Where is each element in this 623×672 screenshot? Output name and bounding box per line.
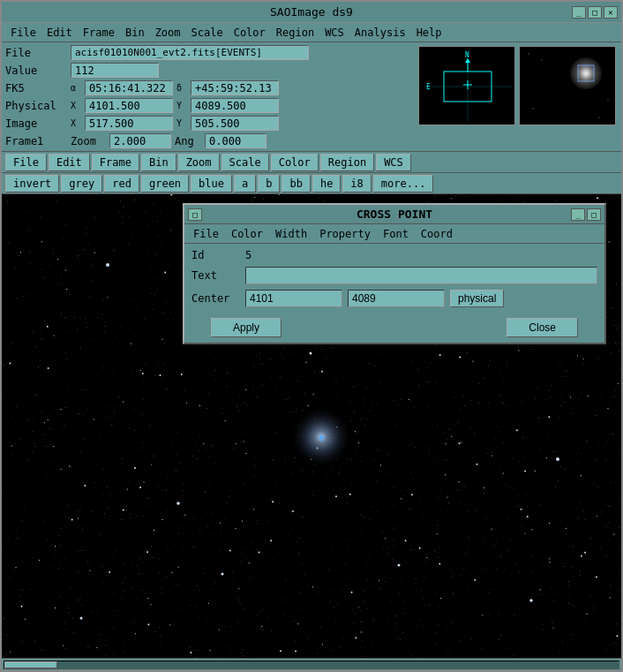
maximize-button[interactable]: □ xyxy=(588,6,602,19)
toolbar-edit[interactable]: Edit xyxy=(49,154,90,171)
ang-label: Ang xyxy=(175,135,201,147)
dialog-close-action-button[interactable]: Close xyxy=(507,318,578,337)
color-bar: invert grey red green blue a b bb he i8 … xyxy=(2,173,621,194)
menu-bar: File Edit Frame Bin Zoom Scale Color Reg… xyxy=(2,23,621,42)
dialog-minimize-button[interactable]: _ xyxy=(571,208,585,221)
svg-point-17 xyxy=(570,57,602,89)
scrollbar-track[interactable] xyxy=(4,661,619,669)
menu-zoom[interactable]: Zoom xyxy=(150,26,186,40)
dialog-menu-font[interactable]: Font xyxy=(378,227,414,241)
thumbnail-wcs: N E xyxy=(418,46,515,125)
minimize-button[interactable]: _ xyxy=(572,6,586,19)
dialog-id-row: Id 5 xyxy=(191,249,597,261)
dialog-center-y-input[interactable] xyxy=(348,290,445,307)
dialog-maximize-button[interactable]: □ xyxy=(587,208,601,221)
color-bb[interactable]: bb xyxy=(281,175,310,193)
dialog-menu-property[interactable]: Property xyxy=(314,227,376,241)
image-label: Image xyxy=(5,117,67,130)
color-a[interactable]: a xyxy=(234,175,256,193)
menu-bin[interactable]: Bin xyxy=(120,26,150,40)
dialog-menu-color[interactable]: Color xyxy=(226,227,268,241)
ang-value: 0.000 xyxy=(205,133,266,148)
svg-text:E: E xyxy=(426,83,431,91)
frame-label: Frame1 xyxy=(5,135,67,147)
file-value: acisf01010N001_evt2.fits[EVENTS] xyxy=(71,45,309,60)
menu-file[interactable]: File xyxy=(5,26,41,40)
menu-analysis[interactable]: Analysis xyxy=(349,26,411,40)
toolbar-region[interactable]: Region xyxy=(320,154,374,171)
image-row: Image X 517.500 Y 505.500 xyxy=(5,115,409,132)
fk5-label: FK5 xyxy=(5,82,67,94)
color-b[interactable]: b xyxy=(258,175,280,193)
image-area[interactable]: □ CROSS POINT _ □ File Color Width Prope… xyxy=(2,194,621,658)
color-more[interactable]: more... xyxy=(373,175,434,193)
file-label: File xyxy=(5,47,67,59)
close-button[interactable]: ✕ xyxy=(604,6,618,19)
dialog-close-left: □ xyxy=(188,208,202,221)
dialog-menu-file[interactable]: File xyxy=(188,227,224,241)
dialog-center-label: Center xyxy=(191,292,240,305)
menu-frame[interactable]: Frame xyxy=(78,26,120,40)
toolbar-bin[interactable]: Bin xyxy=(141,154,176,171)
main-window: SAOImage ds9 _ □ ✕ File Edit Frame Bin Z… xyxy=(0,0,623,672)
thumbnail-area: N E xyxy=(417,44,618,149)
physical-x: 4101.500 xyxy=(85,98,173,113)
image-x: 517.500 xyxy=(85,116,173,131)
value-value: 112 xyxy=(71,63,159,78)
toolbar-file[interactable]: File xyxy=(5,154,47,171)
fk5-delta: δ xyxy=(176,83,187,93)
dialog-text-row: Text xyxy=(191,267,597,284)
toolbar-wcs[interactable]: WCS xyxy=(376,154,411,171)
dialog-text-label: Text xyxy=(191,269,240,282)
cross-point-dialog: □ CROSS POINT _ □ File Color Width Prope… xyxy=(183,203,606,344)
svg-point-11 xyxy=(528,53,529,55)
menu-scale[interactable]: Scale xyxy=(186,26,229,40)
physical-y: 4089.500 xyxy=(191,98,279,113)
menu-help[interactable]: Help xyxy=(411,26,447,40)
image-y: 505.500 xyxy=(191,116,279,131)
dialog-title-text: CROSS POINT xyxy=(357,208,432,221)
toolbar-zoom[interactable]: Zoom xyxy=(178,154,220,171)
color-invert[interactable]: invert xyxy=(5,175,59,193)
color-red[interactable]: red xyxy=(104,175,139,193)
frame-row: Frame1 Zoom 2.000 Ang 0.000 xyxy=(5,132,409,149)
dialog-close-button[interactable]: □ xyxy=(188,208,202,221)
dialog-apply-button[interactable]: Apply xyxy=(211,318,281,337)
color-grey[interactable]: grey xyxy=(61,175,102,193)
menu-edit[interactable]: Edit xyxy=(41,26,78,40)
toolbar-scale[interactable]: Scale xyxy=(221,154,269,171)
dialog-system-button[interactable]: physical xyxy=(450,290,504,307)
thumbnail-galaxy xyxy=(519,46,616,125)
menu-wcs[interactable]: WCS xyxy=(319,26,349,40)
color-green[interactable]: green xyxy=(141,175,189,193)
svg-rect-10 xyxy=(520,47,616,125)
image-x-label: X xyxy=(71,118,81,128)
menu-color[interactable]: Color xyxy=(229,26,271,40)
dialog-menu-coord[interactable]: Coord xyxy=(416,227,458,241)
value-row: Value 112 xyxy=(5,62,409,79)
toolbar-frame[interactable]: Frame xyxy=(92,154,139,171)
title-bar-buttons: _ □ ✕ xyxy=(572,6,618,19)
dialog-body: Id 5 Text Center physical xyxy=(184,244,604,313)
toolbar-color[interactable]: Color xyxy=(271,154,319,171)
scrollbar-thumb[interactable] xyxy=(4,661,57,668)
physical-y-label: Y xyxy=(176,101,187,110)
color-he[interactable]: he xyxy=(312,175,341,193)
fk5-ra: 05:16:41.322 xyxy=(85,80,173,95)
dialog-menu-width[interactable]: Width xyxy=(270,227,312,241)
dialog-center-x-input[interactable] xyxy=(245,290,342,307)
color-i8[interactable]: i8 xyxy=(342,175,371,193)
svg-point-15 xyxy=(532,108,534,109)
title-bar: SAOImage ds9 _ □ ✕ xyxy=(2,2,621,23)
fk5-row: FK5 α 05:16:41.322 δ +45:59:52.13 xyxy=(5,79,409,96)
physical-label: Physical xyxy=(5,100,67,112)
dialog-id-value: 5 xyxy=(245,249,251,261)
menu-region[interactable]: Region xyxy=(271,26,319,40)
image-y-label: Y xyxy=(176,118,187,128)
svg-text:N: N xyxy=(465,51,469,59)
dialog-text-input[interactable] xyxy=(245,267,597,284)
info-panel: File acisf01010N001_evt2.fits[EVENTS] Va… xyxy=(2,42,621,152)
color-blue[interactable]: blue xyxy=(191,175,232,193)
svg-point-14 xyxy=(607,99,609,101)
file-row: File acisf01010N001_evt2.fits[EVENTS] xyxy=(5,44,409,61)
